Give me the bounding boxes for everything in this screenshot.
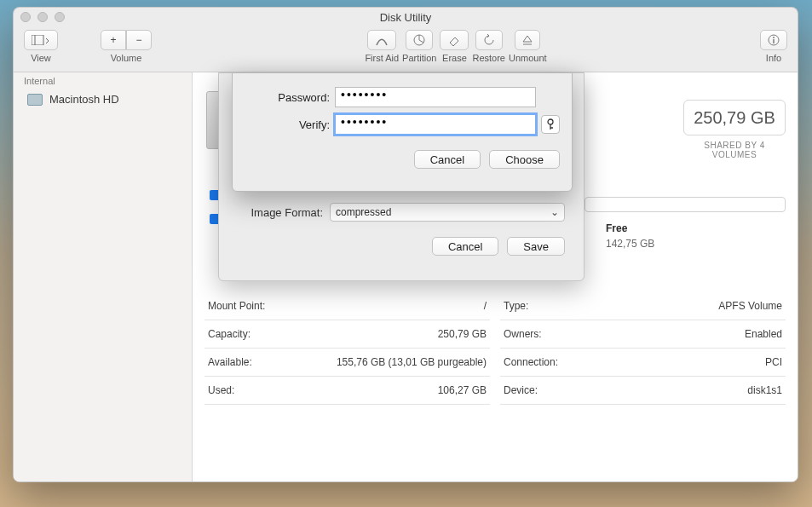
svg-point-9 (548, 119, 553, 124)
info-key: Mount Point: (208, 300, 265, 312)
image-format-label: Image Format: (238, 206, 323, 219)
view-label: View (31, 53, 51, 63)
info-val: disk1s1 (747, 384, 782, 396)
volume-label: Volume (111, 53, 142, 63)
disk-info-table: Mount Point:/ Capacity:250,79 GB Availab… (204, 292, 786, 405)
verify-label: Verify: (245, 118, 330, 131)
content-pane: 250,79 GB SHARED BY 4 VOLUMES Free 142,7… (193, 72, 798, 481)
info-key: Capacity: (208, 328, 251, 340)
info-key: Used: (208, 384, 234, 396)
sidebar-section: Internal (14, 72, 192, 89)
info-col-left: Mount Point:/ Capacity:250,79 GB Availab… (204, 292, 490, 405)
info-val: Enabled (745, 328, 782, 340)
info-val: PCI (765, 356, 782, 368)
sidebar-item-macintosh-hd[interactable]: Macintosh HD (14, 89, 192, 109)
info-key: Device: (504, 384, 538, 396)
info-button[interactable] (760, 30, 787, 50)
image-cancel-button[interactable]: Cancel (432, 237, 498, 256)
toolbar-center: First Aid Partition Erase Restore Unmoun… (365, 30, 546, 63)
toolbar-view: View (24, 30, 58, 63)
titlebar: Disk Utility (14, 8, 798, 26)
info-val: 155,76 GB (13,01 GB purgeable) (337, 356, 487, 368)
info-val: 106,27 GB (438, 384, 487, 396)
svg-line-4 (419, 40, 423, 43)
password-sheet: Password: •••••••• Verify: •••••••• Canc… (232, 72, 573, 192)
password-cancel-button[interactable]: Cancel (414, 150, 481, 169)
toolbar-volume: + − Volume (101, 30, 152, 63)
unmount-icon (522, 34, 533, 46)
svg-point-7 (773, 37, 775, 38)
disk-size-badge: 250,79 GB (683, 100, 786, 135)
verify-input[interactable]: •••••••• (335, 114, 536, 135)
info-label: Info (766, 53, 781, 63)
erase-icon (447, 34, 461, 46)
first-aid-button[interactable] (367, 30, 396, 50)
volume-icon (27, 94, 43, 106)
volume-add-button[interactable]: + (101, 30, 126, 50)
unmount-label: Unmount (509, 53, 547, 63)
sidebar-icon (32, 35, 50, 45)
info-key: Connection: (504, 356, 558, 368)
info-key: Owners: (504, 328, 542, 340)
image-format-value: compressed (336, 206, 391, 218)
info-val: 250,79 GB (438, 328, 487, 340)
erase-label: Erase (442, 53, 467, 63)
view-button[interactable] (24, 30, 58, 50)
svg-rect-0 (32, 35, 43, 45)
first-aid-icon (375, 34, 389, 46)
image-save-button[interactable]: Save (507, 237, 565, 256)
first-aid-label: First Aid (365, 53, 399, 63)
usage-bar (585, 197, 786, 212)
image-format-select[interactable]: compressed (330, 203, 565, 222)
unmount-button[interactable] (515, 30, 540, 50)
password-choose-button[interactable]: Choose (489, 150, 560, 169)
partition-label: Partition (402, 53, 436, 63)
free-value: 142,75 GB (606, 238, 654, 250)
disk-utility-window: Disk Utility View + − Volume First Aid P… (13, 7, 798, 482)
info-val: APFS Volume (718, 300, 782, 312)
volume-remove-button[interactable]: − (126, 30, 152, 50)
password-label: Password: (245, 91, 330, 104)
toolbar-info: Info (760, 30, 787, 63)
password-input[interactable]: •••••••• (335, 87, 536, 107)
info-key: Type: (504, 300, 528, 312)
toolbar: View + − Volume First Aid Partition Eras… (14, 26, 798, 72)
sidebar: Internal Macintosh HD (14, 72, 193, 481)
erase-button[interactable] (440, 30, 469, 50)
password-assist-button[interactable] (541, 115, 560, 134)
restore-label: Restore (472, 53, 505, 63)
info-key: Available: (208, 356, 252, 368)
restore-button[interactable] (475, 30, 503, 50)
window-title: Disk Utility (14, 11, 798, 24)
sidebar-item-label: Macintosh HD (49, 93, 119, 106)
info-col-right: Type:APFS Volume Owners:Enabled Connecti… (500, 292, 786, 405)
partition-button[interactable] (406, 30, 433, 50)
partition-icon (413, 34, 425, 46)
shared-by-text: SHARED BY 4 VOLUMES (683, 141, 786, 159)
info-val: / (484, 300, 487, 312)
restore-icon (483, 34, 495, 46)
free-label: Free (606, 222, 627, 234)
info-icon (768, 34, 780, 46)
key-icon (546, 118, 555, 130)
